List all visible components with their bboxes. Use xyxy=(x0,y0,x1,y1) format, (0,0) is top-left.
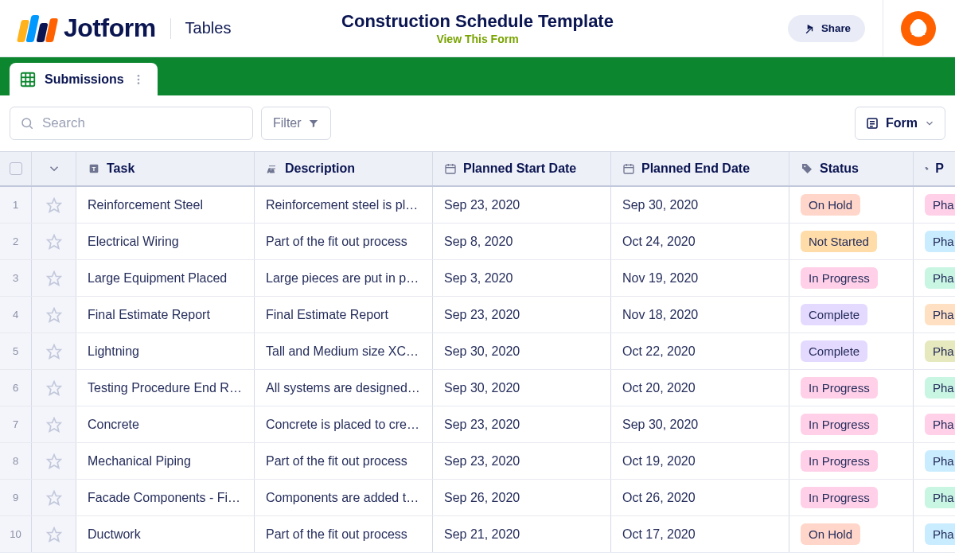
header-status[interactable]: Status xyxy=(789,152,914,185)
cell-planned-start[interactable]: Sep 30, 2020 xyxy=(433,370,611,406)
search-wrap[interactable] xyxy=(10,107,253,140)
star-toggle[interactable] xyxy=(32,406,76,442)
cell-phase[interactable]: Pha xyxy=(914,260,955,296)
star-toggle[interactable] xyxy=(32,224,76,259)
star-toggle[interactable] xyxy=(32,187,76,223)
table-row[interactable]: 10DuctworkPart of the fit out processSep… xyxy=(0,516,955,553)
star-toggle[interactable] xyxy=(32,443,76,479)
star-toggle[interactable] xyxy=(32,370,76,406)
cell-phase[interactable]: Pha xyxy=(914,406,955,442)
cell-task[interactable]: Testing Procedure End Re... xyxy=(76,370,255,406)
cell-planned-end[interactable]: Nov 19, 2020 xyxy=(611,260,789,296)
star-toggle[interactable] xyxy=(32,480,76,515)
share-button[interactable]: Share xyxy=(788,15,865,42)
cell-status[interactable]: On Hold xyxy=(789,187,914,223)
star-toggle[interactable] xyxy=(32,260,76,296)
cell-planned-start[interactable]: Sep 8, 2020 xyxy=(433,224,611,259)
cell-task[interactable]: Facade Components - Fini... xyxy=(76,480,255,515)
cell-description[interactable]: Large pieces are put in pla... xyxy=(255,260,433,296)
table-row[interactable]: 6Testing Procedure End Re...All systems … xyxy=(0,370,955,406)
cell-planned-end[interactable]: Nov 18, 2020 xyxy=(611,297,789,332)
cell-status[interactable]: Not Started xyxy=(789,224,914,259)
cell-description[interactable]: Final Estimate Report xyxy=(255,297,433,332)
cell-status[interactable]: In Progress xyxy=(789,406,914,442)
more-icon[interactable] xyxy=(132,73,145,86)
view-form-link[interactable]: View This Form xyxy=(436,33,518,45)
cell-description[interactable]: Tall and Medium size XC-1... xyxy=(255,333,433,369)
search-icon xyxy=(20,115,34,131)
cell-planned-end[interactable]: Oct 17, 2020 xyxy=(611,516,789,552)
product-section[interactable]: Tables xyxy=(185,19,232,37)
cell-description[interactable]: Reinforcement steel is pla... xyxy=(255,187,433,223)
cell-planned-start[interactable]: Sep 23, 2020 xyxy=(433,406,611,442)
table-row[interactable]: 5LightningTall and Medium size XC-1...Se… xyxy=(0,333,955,370)
table-row[interactable]: 4Final Estimate ReportFinal Estimate Rep… xyxy=(0,297,955,333)
cell-planned-end[interactable]: Oct 19, 2020 xyxy=(611,443,789,479)
cell-planned-end[interactable]: Oct 24, 2020 xyxy=(611,224,789,259)
table-row[interactable]: 9Facade Components - Fini...Components a… xyxy=(0,480,955,516)
cell-task[interactable]: Ductwork xyxy=(76,516,255,552)
cell-status[interactable]: Complete xyxy=(789,333,914,369)
cell-planned-end[interactable]: Oct 26, 2020 xyxy=(611,480,789,515)
cell-planned-start[interactable]: Sep 30, 2020 xyxy=(433,333,611,369)
avatar[interactable] xyxy=(901,11,936,46)
cell-task[interactable]: Mechanical Piping xyxy=(76,443,255,479)
cell-task[interactable]: Lightning xyxy=(76,333,255,369)
search-input[interactable] xyxy=(42,115,243,131)
cell-phase[interactable]: Pha xyxy=(914,297,955,332)
header-description[interactable]: Aa Description xyxy=(255,152,433,185)
table-row[interactable]: 1Reinforcement SteelReinforcement steel … xyxy=(0,187,955,224)
cell-planned-start[interactable]: Sep 23, 2020 xyxy=(433,297,611,332)
star-toggle[interactable] xyxy=(32,516,76,552)
cell-planned-start[interactable]: Sep 21, 2020 xyxy=(433,516,611,552)
tab-submissions[interactable]: Submissions xyxy=(10,63,158,96)
cell-status[interactable]: On Hold xyxy=(789,516,914,552)
filter-button[interactable]: Filter xyxy=(261,107,331,140)
cell-description[interactable]: Part of the fit out process xyxy=(255,443,433,479)
cell-description[interactable]: Concrete is placed to crea... xyxy=(255,406,433,442)
cell-phase[interactable]: Pha xyxy=(914,443,955,479)
cell-phase[interactable]: Pha xyxy=(914,480,955,515)
cell-description[interactable]: All systems are designed a... xyxy=(255,370,433,406)
cell-task[interactable]: Electrical Wiring xyxy=(76,224,255,259)
cell-status[interactable]: In Progress xyxy=(789,443,914,479)
cell-description[interactable]: Components are added to... xyxy=(255,480,433,515)
cell-phase[interactable]: Pha xyxy=(914,516,955,552)
cell-planned-end[interactable]: Oct 22, 2020 xyxy=(611,333,789,369)
cell-status[interactable]: Complete xyxy=(789,297,914,332)
cell-task[interactable]: Concrete xyxy=(76,406,255,442)
cell-planned-end[interactable]: Oct 20, 2020 xyxy=(611,370,789,406)
cell-phase[interactable]: Pha xyxy=(914,333,955,369)
cell-description[interactable]: Part of the fit out process xyxy=(255,516,433,552)
header-checkbox[interactable] xyxy=(0,152,32,185)
cell-phase[interactable]: Pha xyxy=(914,370,955,406)
header-planned-start[interactable]: Planned Start Date xyxy=(433,152,611,185)
cell-task[interactable]: Final Estimate Report xyxy=(76,297,255,332)
cell-description[interactable]: Part of the fit out process xyxy=(255,224,433,259)
table-row[interactable]: 7ConcreteConcrete is placed to crea...Se… xyxy=(0,406,955,443)
cell-status[interactable]: In Progress xyxy=(789,370,914,406)
cell-task[interactable]: Large Equipment Placed xyxy=(76,260,255,296)
header-phase[interactable]: P xyxy=(914,152,955,185)
form-dropdown[interactable]: Form xyxy=(855,107,945,140)
table-row[interactable]: 2Electrical WiringPart of the fit out pr… xyxy=(0,224,955,260)
cell-phase[interactable]: Pha xyxy=(914,187,955,223)
brand[interactable]: Jotform xyxy=(19,14,156,43)
cell-status[interactable]: In Progress xyxy=(789,260,914,296)
cell-planned-start[interactable]: Sep 23, 2020 xyxy=(433,187,611,223)
header-task[interactable]: T Task xyxy=(76,152,255,185)
star-toggle[interactable] xyxy=(32,333,76,369)
cell-planned-start[interactable]: Sep 26, 2020 xyxy=(433,480,611,515)
cell-task[interactable]: Reinforcement Steel xyxy=(76,187,255,223)
cell-planned-start[interactable]: Sep 23, 2020 xyxy=(433,443,611,479)
table-row[interactable]: 8Mechanical PipingPart of the fit out pr… xyxy=(0,443,955,480)
cell-planned-start[interactable]: Sep 3, 2020 xyxy=(433,260,611,296)
header-planned-end[interactable]: Planned End Date xyxy=(611,152,789,185)
star-toggle[interactable] xyxy=(32,297,76,332)
cell-phase[interactable]: Pha xyxy=(914,224,955,259)
cell-planned-end[interactable]: Sep 30, 2020 xyxy=(611,406,789,442)
cell-planned-end[interactable]: Sep 30, 2020 xyxy=(611,187,789,223)
header-expand[interactable] xyxy=(32,152,76,185)
cell-status[interactable]: In Progress xyxy=(789,480,914,515)
table-row[interactable]: 3Large Equipment PlacedLarge pieces are … xyxy=(0,260,955,297)
